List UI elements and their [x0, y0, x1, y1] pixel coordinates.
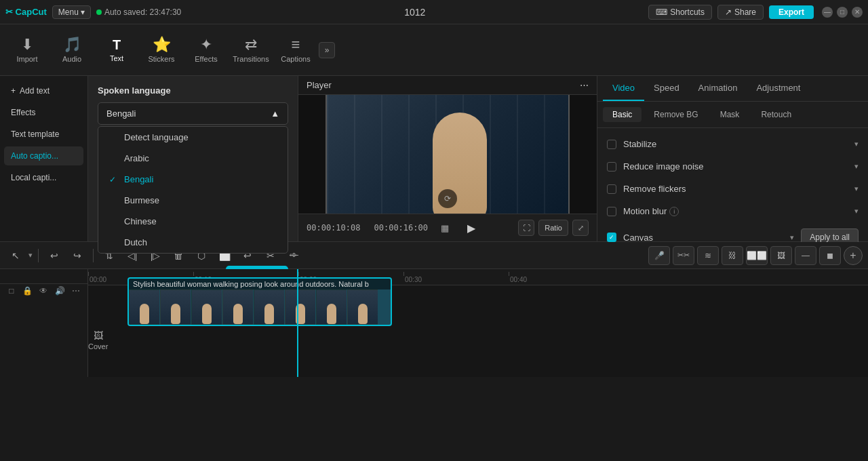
menu-label: Menu — [58, 7, 79, 17]
split-audio-button[interactable]: ✂✂ — [673, 246, 694, 265]
properties-list: Stabilize ▾ Reduce image noise ▾ Remove … — [597, 128, 868, 257]
reduce-noise-checkbox[interactable] — [607, 162, 616, 172]
tab-animation[interactable]: Animation — [689, 76, 747, 101]
filmstrip-mini-6 — [285, 290, 315, 324]
tab-speed[interactable]: Speed — [644, 76, 689, 101]
audio-waves-button[interactable]: ≋ — [697, 246, 719, 265]
ratio-button[interactable]: Ratio — [538, 220, 568, 236]
minimize-button[interactable]: — — [822, 7, 833, 18]
remove-flickers-checkbox[interactable] — [607, 184, 616, 194]
text-template-label: Text template — [11, 129, 59, 139]
lang-option-arabic[interactable]: Arabic — [98, 148, 288, 169]
lang-option-dutch[interactable]: Dutch — [98, 232, 288, 253]
right-tabs: Video Speed Animation Adjustment — [597, 76, 868, 102]
tool-effects[interactable]: ✦ Effects — [184, 28, 228, 72]
text-icon: T — [113, 38, 121, 52]
timeline-grid-icon[interactable]: ▦ — [435, 218, 455, 237]
lang-option-detect[interactable]: Detect language — [98, 127, 288, 148]
effects-label: Effects — [11, 108, 35, 117]
text-label: Text — [110, 54, 123, 62]
stabilize-label: Stabilize — [623, 139, 848, 149]
lang-option-burmese[interactable]: Burmese — [98, 190, 288, 211]
tab-adjustment[interactable]: Adjustment — [747, 76, 810, 101]
tool-audio[interactable]: 🎵 Audio — [50, 28, 94, 72]
total-time: 00:00:16:00 — [374, 223, 427, 233]
export-button[interactable]: Export — [769, 5, 814, 19]
import-label: Import — [16, 55, 37, 63]
motion-blur-label: Motion blur i — [623, 206, 848, 216]
shortcuts-label: Shortcuts — [670, 7, 705, 17]
player-menu-icon[interactable]: ⋯ — [580, 80, 589, 90]
subtab-basic[interactable]: Basic — [603, 107, 642, 122]
undo-button[interactable]: ↩ — [44, 246, 64, 265]
filmstrip-mini-4 — [223, 290, 253, 324]
fullscreen-icon[interactable]: ⤢ — [572, 220, 589, 236]
tool-stickers[interactable]: ⭐ Stickers — [140, 28, 183, 72]
player-title: Player — [307, 80, 332, 90]
subtab-retouch[interactable]: Retouch — [751, 107, 801, 122]
filmstrip-frame-2 — [160, 289, 191, 325]
clip-filmstrip — [129, 289, 391, 325]
effects-icon: ✦ — [200, 37, 212, 52]
lang-option-bengali[interactable]: ✓ Bengali — [98, 169, 288, 190]
motion-blur-info-icon[interactable]: i — [669, 207, 679, 216]
select-tool-button[interactable]: ↖ — [5, 246, 26, 265]
right-panel: Video Speed Animation Adjustment Basic R… — [597, 76, 868, 241]
tool-import[interactable]: ⬇ Import — [5, 28, 49, 72]
tool-captions[interactable]: ≡ Captions — [274, 28, 317, 72]
stickers-icon: ⭐ — [153, 37, 171, 52]
lang-dutch-label: Dutch — [124, 237, 147, 247]
tool-transitions[interactable]: ⇄ Transitions — [229, 28, 273, 72]
effects-button[interactable]: Effects — [4, 103, 83, 122]
check-icon-bengali: ✓ — [109, 175, 119, 184]
add-track-button[interactable]: + — [844, 246, 863, 265]
mute-button[interactable]: 🔊 — [54, 284, 66, 298]
text-template-button[interactable]: Text template — [4, 125, 83, 144]
select-chevron[interactable]: ▾ — [28, 251, 33, 260]
maximize-button[interactable]: □ — [837, 7, 848, 18]
cover-area: 🖼 Cover — [88, 330, 108, 350]
play-button[interactable]: ▶ — [462, 218, 481, 237]
fullscreen-expand-icon[interactable]: ⛶ — [518, 220, 534, 236]
sub-tabs: Basic Remove BG Mask Retouch — [597, 102, 868, 128]
toolbar: ⬇ Import 🎵 Audio T Text ⭐ Stickers ✦ Eff… — [0, 24, 868, 76]
local-caption-button[interactable]: Local capti... — [4, 168, 83, 187]
reduce-noise-label: Reduce image noise — [623, 161, 848, 172]
lang-option-chinese[interactable]: Chinese — [98, 211, 288, 232]
language-dropdown[interactable]: Bengali ▲ — [98, 102, 288, 125]
canvas-checkbox[interactable]: ✓ — [607, 233, 616, 242]
thumbnail-button[interactable]: 🖼 — [770, 246, 792, 265]
track-options-button[interactable]: ⋯ — [70, 284, 82, 298]
tool-text[interactable]: T Text — [95, 28, 138, 72]
cover-icon: 🖼 — [94, 330, 103, 341]
toolbar-more-button[interactable]: » — [319, 42, 335, 58]
add-text-button[interactable]: + Add text — [4, 81, 83, 100]
playhead[interactable] — [297, 269, 298, 377]
motion-blur-checkbox[interactable] — [607, 207, 616, 216]
filmstrip-mini-5 — [254, 290, 284, 324]
subtab-remove-bg[interactable]: Remove BG — [644, 107, 707, 122]
redo-button[interactable]: ↪ — [67, 246, 87, 265]
zoom-in-button[interactable]: ◼ — [819, 246, 841, 265]
prop-stabilize: Stabilize ▾ — [607, 135, 859, 153]
pip-button[interactable]: ⬜⬜ — [746, 246, 768, 265]
close-button[interactable]: ✕ — [852, 7, 863, 18]
video-clip[interactable]: Stylish beautiful woman walking posing l… — [127, 277, 392, 326]
filmstrip-mini-3 — [192, 290, 222, 324]
shortcuts-button[interactable]: ⌨ Shortcuts — [648, 5, 712, 20]
share-button[interactable]: ↗ Share — [717, 5, 764, 20]
lock-button[interactable]: 🔒 — [22, 284, 34, 298]
stabilize-checkbox[interactable] — [607, 140, 616, 149]
reduce-noise-arrow-icon: ▾ — [854, 162, 859, 171]
link-button[interactable]: ⛓ — [722, 246, 743, 265]
auto-caption-button[interactable]: Auto captio... — [4, 146, 83, 165]
recenter-icon[interactable]: ⟳ — [438, 189, 457, 208]
menu-button[interactable]: Menu ▾ — [52, 5, 91, 19]
zoom-out-button[interactable]: — — [795, 246, 816, 265]
visibility-button[interactable]: 👁 — [38, 284, 50, 298]
cover-label: Cover — [88, 342, 108, 350]
add-media-button[interactable]: □ — [5, 284, 18, 298]
subtab-mask[interactable]: Mask — [711, 107, 749, 122]
mic-button[interactable]: 🎤 — [648, 246, 670, 265]
tab-video[interactable]: Video — [603, 76, 644, 101]
